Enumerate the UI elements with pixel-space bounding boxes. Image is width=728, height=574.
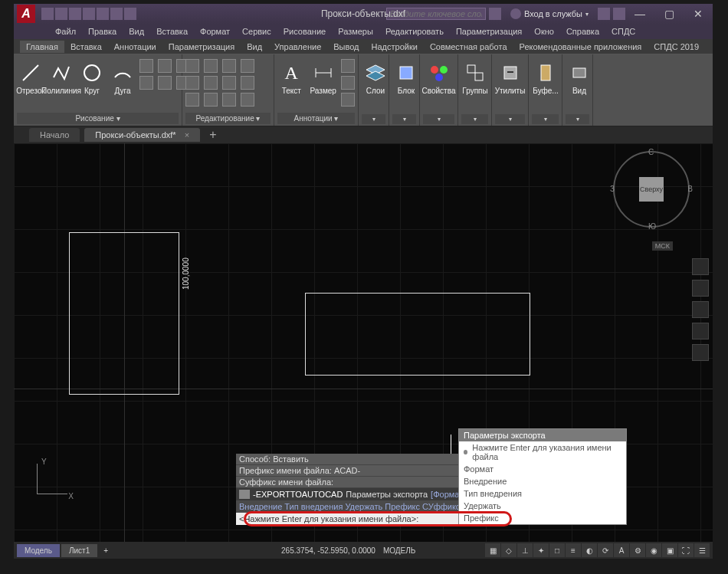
groups-button[interactable]: Группы [461,59,489,97]
scale-icon[interactable] [204,93,218,107]
tab-insert[interactable]: Вставка [64,41,108,53]
tab-collab[interactable]: Совместная работа [424,41,513,53]
menu-dimension[interactable]: Размеры [335,25,376,38]
doctab-active[interactable]: Прокси-объекты.dxf* × [84,128,200,142]
cycling-icon[interactable]: ⟳ [598,543,613,557]
leader-icon[interactable] [341,59,355,73]
isolate-icon[interactable]: ◉ [646,543,661,557]
sheet-layout1[interactable]: Лист1 [61,544,97,557]
menu-modify[interactable]: Редактировать [382,25,447,38]
ellipse-icon[interactable] [158,59,172,73]
menu-spds[interactable]: СПДС [608,25,638,38]
annoscale-icon[interactable]: A [614,543,629,557]
panel-clipboard-expand[interactable]: ▾ [532,114,559,124]
tab-annotate[interactable]: Аннотации [108,41,162,53]
autocomplete-item[interactable]: Тип внедрения [459,487,626,500]
exchange-icon[interactable] [598,8,610,20]
copy-icon[interactable] [185,76,199,90]
tab-output[interactable]: Вывод [327,41,365,53]
ortho-toggle-icon[interactable]: ⊥ [517,543,533,557]
close-tab-icon[interactable]: × [185,130,189,139]
array-icon[interactable] [222,93,236,107]
tab-main[interactable]: Главная [20,41,64,53]
tab-view[interactable]: Вид [241,41,268,53]
menu-parametric[interactable]: Параметризация [453,25,525,38]
autocomplete-item[interactable]: Формат [459,463,626,475]
menu-help[interactable]: Справка [563,25,602,38]
offset-icon[interactable] [241,93,254,107]
minimize-button[interactable]: — [625,4,654,24]
stretch-icon[interactable] [185,93,199,107]
table-icon[interactable] [341,76,355,90]
wcs-label[interactable]: МСК [652,241,673,251]
tab-manage[interactable]: Управление [268,41,327,53]
block-button[interactable]: Блок [392,59,420,97]
viewcube-e[interactable]: В [687,185,693,193]
panel-draw-label[interactable]: Рисование ▾ [17,113,179,124]
panel-layers-expand[interactable]: ▾ [362,114,385,124]
menu-format[interactable]: Формат [197,25,233,38]
panel-groups-expand[interactable]: ▾ [461,114,488,124]
new-tab-button[interactable]: + [209,128,216,142]
clipboard-button[interactable]: Буфе... [532,59,559,97]
autocomplete-item[interactable]: Префикс [459,512,626,524]
help-icon[interactable] [613,8,625,20]
menu-edit[interactable]: Правка [85,25,120,38]
qat-save-icon[interactable] [69,8,81,20]
properties-button[interactable]: Свойства [423,59,454,97]
space-label[interactable]: МОДЕЛЬ [383,546,415,555]
tab-addins[interactable]: Надстройки [366,41,424,53]
menu-draw[interactable]: Рисование [280,25,329,38]
autocomplete-item[interactable]: Нажмите Enter для указания имени файла [459,441,626,463]
nav-orbit-icon[interactable] [692,323,709,339]
ucs-icon[interactable]: Y X [28,458,74,503]
panel-props-expand[interactable]: ▾ [423,114,454,124]
circle-button[interactable]: Круг [78,59,106,97]
sheet-model[interactable]: Модель [17,544,60,557]
cmd-prompt-row[interactable]: <Нажмите Enter для указания имени файла>… [236,513,489,525]
viewcube-s[interactable]: Ю [648,222,656,231]
autocomplete-item[interactable]: Внедрение [459,475,626,487]
rotate-icon[interactable] [204,59,218,73]
panel-view-expand[interactable]: ▾ [566,114,589,124]
panel-annotate-label[interactable]: Аннотации ▾ [277,113,355,124]
drawing-canvas[interactable]: 100,0000 Сверху С Ю В З МСК Y X Спосо [14,143,713,542]
hardware-icon[interactable]: ▣ [662,543,677,557]
drawing-rect-2[interactable] [305,293,530,376]
mtext-icon[interactable] [341,93,355,107]
arc-button[interactable]: Дуга [109,59,136,97]
rect-icon[interactable] [139,76,153,90]
menu-file[interactable]: Файл [52,25,79,38]
panel-modify-label[interactable]: Редактирование ▾ [185,113,271,124]
lineweight-icon[interactable]: ≡ [566,543,581,557]
point-icon[interactable] [158,76,172,90]
qat-open-icon[interactable] [55,8,67,20]
drawing-rect-1[interactable] [69,232,179,395]
qat-saveas-icon[interactable] [83,8,95,20]
nav-showmotion-icon[interactable] [692,344,709,361]
close-button[interactable]: ✕ [684,4,713,24]
doctab-start[interactable]: Начало [29,128,80,142]
utils-button[interactable]: Утилиты [495,59,525,97]
infocenter-icon[interactable] [489,8,501,20]
tab-spds[interactable]: СПДС 2019 [648,41,705,53]
menu-tools[interactable]: Сервис [239,25,274,38]
app-logo[interactable]: A [17,5,35,23]
viewcube-w[interactable]: З [610,185,615,193]
menu-window[interactable]: Окно [531,25,557,38]
osnap-toggle-icon[interactable]: □ [549,543,565,557]
dimension-button[interactable]: Размер [308,59,338,97]
menu-view[interactable]: Вид [126,25,147,38]
tab-parametric[interactable]: Параметризация [162,41,241,53]
mirror-icon[interactable] [204,76,218,90]
move-icon[interactable] [185,59,199,73]
nav-pan-icon[interactable] [692,280,709,297]
polyline-button[interactable]: Полилиния [48,59,75,97]
cleanscreen-icon[interactable]: ⛶ [678,543,694,557]
qat-undo-icon[interactable] [110,8,123,20]
layers-button[interactable]: Слои [362,59,389,97]
view-button[interactable]: Вид [566,59,593,97]
tab-featured[interactable]: Рекомендованные приложения [513,41,648,53]
menu-insert[interactable]: Вставка [153,25,191,38]
viewcube-top[interactable]: Сверху [639,177,664,202]
